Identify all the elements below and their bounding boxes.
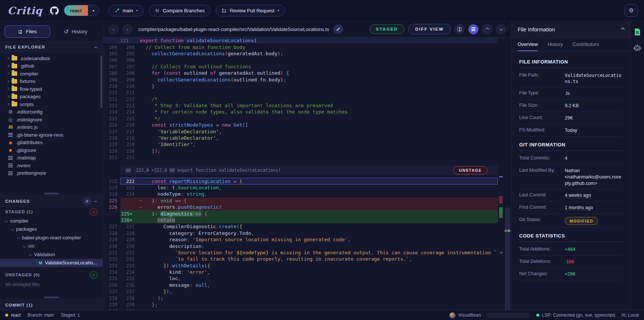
settings-button[interactable]: ⚙ xyxy=(625,4,638,17)
diff-context-line[interactable]: 209209 collectGeneratedLocations(outline… xyxy=(103,76,498,83)
commit-resize-handle[interactable] xyxy=(0,295,103,299)
diff-removed-line[interactable]: 226− errors.pushDiagnostic( xyxy=(103,204,498,210)
file-label: .git-blame-ignore-revs xyxy=(16,132,63,138)
diff-context-line[interactable]: 233233 }).withDetails({ xyxy=(103,262,498,269)
panel-tab-history[interactable]: History xyxy=(548,38,563,51)
explorer-file-.editorconfig[interactable]: ⚙.editorconfig xyxy=(0,108,103,116)
explorer-scrollbar[interactable] xyxy=(101,56,102,108)
split-view-button[interactable] xyxy=(455,24,465,34)
diff-added-line[interactable]: 225+ ): diagnostics => { xyxy=(103,210,498,217)
staged-file-selected[interactable]: MValidateSourceLocatio... xyxy=(0,259,103,267)
diff-context-line[interactable]: 212212 /* xyxy=(103,96,498,102)
review-pull-request-button[interactable]: Review Pull Request ▾ xyxy=(216,5,285,16)
diff-context-line[interactable]: 239239 }; xyxy=(103,301,498,308)
diff-context-line[interactable]: 240240 xyxy=(103,308,498,310)
diff-selected-line[interactable]: 222222 const reportMissingLocation = ( xyxy=(103,178,498,184)
explorer-file-.gitattributes[interactable]: ◆.gitattributes xyxy=(0,139,103,147)
repo-selector[interactable]: react ▾ xyxy=(64,5,99,16)
explorer-file-.prettierignore[interactable]: .prettierignore xyxy=(0,170,103,177)
edit-file-button[interactable] xyxy=(333,24,343,34)
diff-context-line[interactable]: 229229 reason: 'Important source locatio… xyxy=(103,236,498,243)
diff-context-line[interactable]: 215215 */ xyxy=(103,115,498,122)
code-diff-view[interactable]: 203203204204// Collect from main functio… xyxy=(103,37,511,310)
nav-forward-button[interactable]: › xyxy=(122,24,132,34)
diff-context-line[interactable]: 204204// Collect from main function body xyxy=(103,44,498,50)
staged-tree-folder-packages[interactable]: packages xyxy=(0,225,103,234)
explorer-folder-packages[interactable]: packages xyxy=(0,93,103,101)
ai-robot-rail-icon[interactable] xyxy=(633,44,641,52)
diff-context-line[interactable]: 237237 }), xyxy=(103,288,498,295)
explorer-file-.eslintrc.js[interactable]: JS.eslintrc.js xyxy=(0,124,103,131)
nav-back-button[interactable]: ‹ xyxy=(108,24,118,34)
explorer-file-.mailmap[interactable]: .mailmap xyxy=(0,154,103,162)
tab-files[interactable]: Files xyxy=(4,25,50,38)
diff-context-line[interactable]: 213213 * Step 3: Validate that all impor… xyxy=(103,102,498,109)
panel-collapse-chevron-icon[interactable] xyxy=(621,28,625,31)
layers-view-button[interactable] xyxy=(468,24,478,34)
diff-context-line[interactable]: 228228 category: ErrorCategory.Todo, xyxy=(103,230,498,236)
diff-context-line[interactable]: 227227 CompilerDiagnostic.create({ xyxy=(103,223,498,230)
changes-menu-button[interactable]: ≡ xyxy=(83,197,91,205)
explorer-file-.gitignore[interactable]: ◆.gitignore xyxy=(0,146,103,154)
panel-resize-handle[interactable] xyxy=(0,192,103,196)
diff-context-line[interactable]: 232232 `to fail to track this code prope… xyxy=(103,256,498,262)
explorer-folder-.github[interactable]: .github xyxy=(0,62,103,70)
explorer-folder-compiler[interactable]: compiler xyxy=(0,70,103,78)
repo-name[interactable]: react xyxy=(64,5,88,16)
panel-header[interactable]: File Information xyxy=(512,21,630,38)
diff-context-line[interactable]: 234234 kind: 'error', xyxy=(103,269,498,275)
diff-view-toggle[interactable]: DIFF VIEW xyxy=(408,24,451,34)
explorer-folder-flow-typed[interactable]: flow-typed xyxy=(0,85,103,93)
diff-context-line[interactable]: 235235 loc, xyxy=(103,275,498,282)
repo-dropdown-caret[interactable]: ▾ xyxy=(88,5,99,16)
staged-tree-folder-babel-plugin-react-compiler[interactable]: babel-plugin-react-compiler xyxy=(0,233,103,242)
explorer-folder-fixtures[interactable]: fixtures xyxy=(0,78,103,86)
diff-context-line[interactable]: 206206 xyxy=(103,57,498,63)
changes-collapse-button[interactable]: – xyxy=(94,198,98,204)
diff-context-line[interactable]: 214214 * For certain node types, also va… xyxy=(103,109,498,115)
diff-context-line[interactable]: 223223 loc: t.SourceLocation, xyxy=(103,184,498,191)
diff-context-line[interactable]: 231231 `Source location for ${nodeType} … xyxy=(103,249,498,256)
unstage-hunk-button[interactable]: UNSTAGE xyxy=(453,166,487,174)
explorer-file-.eslintignore[interactable]: ◎.eslintignore xyxy=(0,116,103,124)
diff-context-line[interactable]: 217217 'VariableDeclaration', xyxy=(103,128,498,134)
next-change-button[interactable] xyxy=(496,24,506,34)
branch-selector[interactable]: main ▾ xyxy=(108,5,144,16)
diff-context-line[interactable]: 219219 'Identifier', xyxy=(103,141,498,147)
panel-tab-contributors[interactable]: Contributors xyxy=(573,38,599,51)
staged-tree-folder-src[interactable]: src xyxy=(0,242,103,251)
diff-context-line[interactable]: 207207 // Collect from outlined function… xyxy=(103,63,498,70)
compare-branches-button[interactable]: Compare Branches xyxy=(149,5,210,16)
diff-context-line[interactable]: 208208 for (const outlined of generatedA… xyxy=(103,70,498,76)
diff-context-line[interactable]: 230230 description: xyxy=(103,243,498,249)
prev-change-button[interactable] xyxy=(482,24,492,34)
chevron-right-icon xyxy=(6,72,9,75)
diff-context-line[interactable]: 236236 message: null, xyxy=(103,282,498,288)
github-icon[interactable] xyxy=(50,6,59,15)
diff-added-line[interactable]: 226+ return xyxy=(103,217,498,223)
explorer-folder-scripts[interactable]: scripts xyxy=(0,100,103,108)
diff-context-line[interactable]: 210210 } xyxy=(103,83,498,89)
diff-context-line[interactable]: 238238 ); xyxy=(103,295,498,301)
code-scrollbar[interactable] xyxy=(504,37,511,310)
staged-tree-folder-Validation[interactable]: Validation xyxy=(0,250,103,259)
explorer-file-.git-blame-ignore-revs[interactable]: .git-blame-ignore-revs xyxy=(0,131,103,139)
explorer-folder-.codesandbox[interactable]: .codesandbox xyxy=(0,55,103,62)
diff-context-line[interactable]: 224224 nodeType: string, xyxy=(103,191,498,197)
stage-all-button[interactable]: ↑ xyxy=(90,271,98,279)
diff-context-line[interactable]: 211211 xyxy=(103,89,498,96)
explorer-file-.nvmrc[interactable]: .nvmrc xyxy=(0,162,103,170)
panel-tab-overview[interactable]: Overview xyxy=(518,38,538,51)
commit-section-header[interactable]: COMMIT (1) xyxy=(0,299,103,310)
diff-context-line[interactable]: 205205 collectGeneratedLocations(generat… xyxy=(103,50,498,57)
file-info-rail-icon[interactable] xyxy=(634,28,641,36)
diff-context-line[interactable]: 220220 ]); xyxy=(103,148,498,154)
unstage-all-button[interactable]: ↓ xyxy=(90,208,98,216)
diff-context-line[interactable]: 221221 xyxy=(103,154,498,161)
diff-context-line[interactable]: 218218 'VariableDeclarator', xyxy=(103,135,498,141)
diff-removed-line[interactable]: 225− ): void => { xyxy=(103,198,498,204)
file-explorer-collapse-button[interactable]: – xyxy=(94,44,98,50)
tab-history[interactable]: ↺ History xyxy=(53,25,99,38)
staged-tree-folder-compiler[interactable]: compiler xyxy=(0,217,103,225)
diff-context-line[interactable]: 216216 const strictNodeTypes = new Set([ xyxy=(103,122,498,128)
